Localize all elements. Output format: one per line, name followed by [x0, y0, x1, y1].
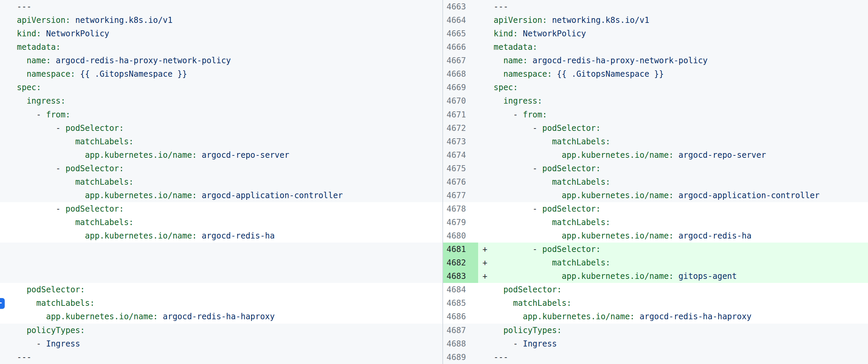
diff-row-right-4674: 4674 app.kubernetes.io/name: argocd-repo…: [443, 148, 868, 162]
line-number-4664[interactable]: 4664: [443, 13, 478, 27]
code-line-left: matchLabels:: [0, 216, 442, 229]
diff-row-right-4668: 4668 namespace: {{ .GitopsNamespace }}: [443, 67, 868, 81]
line-number-4667[interactable]: 4667: [443, 54, 478, 67]
diff-row-left-4679: matchLabels:: [0, 216, 442, 229]
code-token-val: argocd-redis-ha-haproxy: [158, 312, 275, 321]
line-number-4688[interactable]: 4688: [443, 337, 478, 351]
code-token-key: matchLabels:: [75, 177, 133, 187]
line-number-4666[interactable]: 4666: [443, 40, 478, 54]
diff-row-right-4667: 4667 name: argocd-redis-ha-proxy-network…: [443, 54, 868, 67]
line-number-4665[interactable]: 4665: [443, 27, 478, 40]
diff-row-left-4671: - from:: [0, 108, 442, 122]
line-number-4679[interactable]: 4679: [443, 216, 478, 229]
code-line-left: namespace: {{ .GitopsNamespace }}: [0, 67, 442, 81]
code-token-key: podSelector:: [66, 164, 124, 173]
code-token-plain: -: [17, 339, 46, 349]
code-token-key: policyTypes:: [27, 326, 85, 335]
line-number-4680[interactable]: 4680: [443, 229, 478, 242]
code-token-plain: -: [494, 339, 523, 349]
line-number-4685[interactable]: 4685: [443, 296, 478, 310]
line-number-4675[interactable]: 4675: [443, 162, 478, 175]
diff-row-right-4671: 4671 - from:: [443, 108, 868, 122]
diff-row-left-4672: - podSelector:: [0, 122, 442, 135]
diff-row-left-empty: [0, 242, 442, 256]
code-token-key: from:: [523, 110, 547, 120]
code-token-key: app.kubernetes.io/name:: [562, 231, 673, 240]
code-line-left: kind: NetworkPolicy: [0, 27, 442, 40]
code-token-key: podSelector:: [542, 244, 601, 254]
line-number-4671[interactable]: 4671: [443, 108, 478, 122]
code-token-key: podSelector:: [542, 204, 601, 213]
line-number-4683[interactable]: 4683: [443, 269, 478, 283]
line-number-4689[interactable]: 4689: [443, 351, 478, 364]
diff-row-left-4673: matchLabels:: [0, 135, 442, 148]
line-number-4669[interactable]: 4669: [443, 81, 478, 94]
diff-row-right-4687: 4687 policyTypes:: [443, 324, 868, 337]
code-line-right: - podSelector:: [478, 122, 868, 135]
code-token-val: {{ .GitopsNamespace }}: [552, 69, 663, 79]
code-line-right: + - podSelector:: [478, 242, 868, 256]
code-token-key: spec:: [494, 83, 518, 92]
line-number-4674[interactable]: 4674: [443, 148, 478, 162]
code-token-val: argocd-redis-ha: [674, 231, 751, 240]
code-line-right: name: argocd-redis-ha-proxy-network-poli…: [478, 54, 868, 67]
code-line-right: - podSelector:: [478, 202, 868, 216]
diff-row-right-4677: 4677 app.kubernetes.io/name: argocd-appl…: [443, 189, 868, 202]
diff-row-left-4668: namespace: {{ .GitopsNamespace }}: [0, 67, 442, 81]
diff-row-right-4678: 4678 - podSelector:: [443, 202, 868, 216]
line-number-4684[interactable]: 4684: [443, 283, 478, 296]
code-token-plain: [494, 151, 562, 160]
code-token-key: metadata:: [494, 42, 537, 52]
diff-row-right-4680: 4680 app.kubernetes.io/name: argocd-redi…: [443, 229, 868, 242]
code-token-plain: [17, 151, 85, 160]
code-token-plain: -: [494, 204, 542, 213]
add-comment-button[interactable]: +: [0, 298, 5, 309]
addition-marker-icon: +: [483, 269, 487, 283]
line-number-4672[interactable]: 4672: [443, 122, 478, 135]
code-token-plain: [494, 96, 503, 106]
code-line-right: podSelector:: [478, 283, 868, 296]
line-number-4681[interactable]: 4681: [443, 242, 478, 256]
code-token-key: apiVersion:: [494, 15, 547, 25]
line-number-4687[interactable]: 4687: [443, 324, 478, 337]
diff-row-left-4674: app.kubernetes.io/name: argocd-repo-serv…: [0, 148, 442, 162]
code-token-key: apiVersion:: [17, 15, 70, 25]
line-number-4682[interactable]: 4682: [443, 256, 478, 269]
diff-row-right-4664: 4664apiVersion: networking.k8s.io/v1: [443, 13, 868, 27]
line-number-4668[interactable]: 4668: [443, 67, 478, 81]
code-token-key: app.kubernetes.io/name:: [562, 151, 673, 160]
code-token-plain: [17, 96, 27, 106]
code-line-left: - podSelector:: [0, 162, 442, 175]
diff-row-left-4684: podSelector:: [0, 283, 442, 296]
code-token-plain: -: [17, 110, 46, 120]
code-token-plain: [494, 56, 503, 65]
code-line-right: matchLabels:: [478, 175, 868, 189]
line-number-4670[interactable]: 4670: [443, 94, 478, 108]
code-token-plain: ---: [17, 353, 31, 362]
line-number-4678[interactable]: 4678: [443, 202, 478, 216]
code-line-right: matchLabels:: [478, 135, 868, 148]
code-token-key: kind:: [494, 29, 518, 38]
line-number-4663[interactable]: 4663: [443, 0, 478, 13]
line-number-4676[interactable]: 4676: [443, 175, 478, 189]
code-token-key: app.kubernetes.io/name:: [85, 231, 197, 240]
diff-row-left-4689: ---: [0, 351, 442, 364]
diff-row-right-4688: 4688 - Ingress: [443, 337, 868, 351]
code-line-right: + matchLabels:: [478, 256, 868, 269]
line-number-4673[interactable]: 4673: [443, 135, 478, 148]
diff-row-right-4681: 4681+ - podSelector:: [443, 242, 868, 256]
code-line-right: app.kubernetes.io/name: argocd-redis-ha-…: [478, 310, 868, 323]
code-line-right: apiVersion: networking.k8s.io/v1: [478, 13, 868, 27]
code-line-left: ---: [0, 351, 442, 364]
diff-row-left-4665: kind: NetworkPolicy: [0, 27, 442, 40]
code-token-val: argocd-redis-ha-proxy-network-policy: [51, 56, 231, 65]
line-number-4686[interactable]: 4686: [443, 310, 478, 323]
line-number-4677[interactable]: 4677: [443, 189, 478, 202]
code-token-plain: [494, 137, 552, 146]
code-token-plain: -: [494, 164, 542, 173]
code-token-plain: [17, 312, 46, 321]
diff-row-left-4675: - podSelector:: [0, 162, 442, 175]
code-token-key: podSelector:: [503, 285, 562, 294]
code-token-key: name:: [503, 56, 528, 65]
code-line-left: apiVersion: networking.k8s.io/v1: [0, 13, 442, 27]
